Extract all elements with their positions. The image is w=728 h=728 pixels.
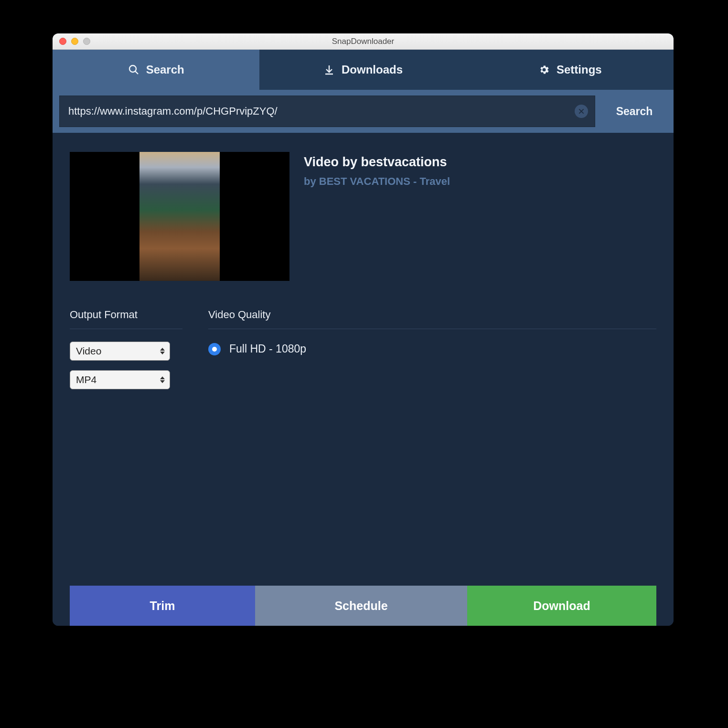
svg-line-1 [135,71,138,74]
output-format-heading: Output Format [70,309,182,329]
gear-icon [538,64,550,75]
clear-url-button[interactable] [575,105,588,118]
video-byline: by BEST VACATIONS - Travel [304,175,450,188]
url-input[interactable] [68,105,575,118]
media-row: Video by bestvacations by BEST VACATIONS… [70,152,656,281]
titlebar: SnapDownloader [53,33,674,50]
video-quality-heading: Video Quality [208,309,656,329]
radio-selected-icon [208,343,221,355]
search-icon [128,64,139,75]
tab-downloads-label: Downloads [342,63,403,76]
url-field-wrap [59,96,595,127]
schedule-button-label: Schedule [334,599,387,613]
svg-point-0 [129,65,136,72]
options-row: Output Format Video MP4 Video Quality Fu… [70,309,656,389]
thumbnail-image [139,152,220,281]
tab-settings-label: Settings [557,63,602,76]
format-type-value: Video [76,345,101,357]
format-container-select[interactable]: MP4 [70,370,170,389]
tab-downloads[interactable]: Downloads [259,50,466,90]
search-button-label: Search [616,105,653,118]
content-area: Video by bestvacations by BEST VACATIONS… [53,133,674,626]
search-button[interactable]: Search [595,96,674,127]
video-thumbnail [70,152,289,281]
format-type-select[interactable]: Video [70,342,170,361]
schedule-button[interactable]: Schedule [255,586,467,626]
output-format-section: Output Format Video MP4 [70,309,182,389]
video-title: Video by bestvacations [304,155,450,170]
tab-bar: Search Downloads Settings [53,50,674,90]
download-button-label: Download [533,599,590,613]
video-quality-section: Video Quality Full HD - 1080p [208,309,656,389]
tab-search[interactable]: Search [53,50,259,90]
sort-icon [160,376,165,383]
tab-settings[interactable]: Settings [467,50,674,90]
quality-option-label: Full HD - 1080p [229,343,306,355]
close-icon [578,108,585,115]
download-icon [323,64,335,75]
trim-button[interactable]: Trim [70,586,255,626]
tab-search-label: Search [146,63,184,76]
video-meta: Video by bestvacations by BEST VACATIONS… [304,152,450,281]
window-title: SnapDownloader [53,37,674,46]
sort-icon [160,348,165,354]
app-window: SnapDownloader Search Downloads Settings [53,33,674,626]
download-button[interactable]: Download [467,586,656,626]
action-bar: Trim Schedule Download [70,586,656,626]
quality-option-1080p[interactable]: Full HD - 1080p [208,343,656,355]
trim-button-label: Trim [150,599,175,613]
search-bar: Search [53,90,674,133]
format-container-value: MP4 [76,374,96,385]
